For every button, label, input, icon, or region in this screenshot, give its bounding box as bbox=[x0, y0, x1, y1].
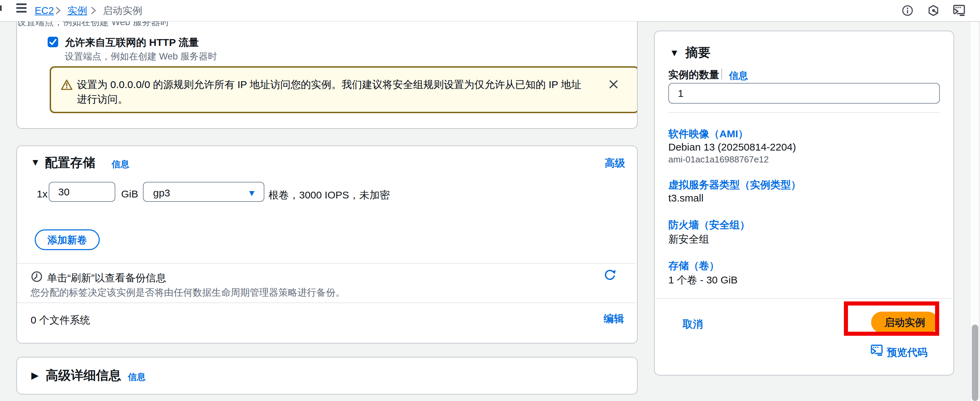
top-navigation-bar bbox=[0, 0, 980, 22]
warning-icon bbox=[60, 79, 73, 91]
clipped-previous-row: 设置端点，例如在创建 Web 服务器时 bbox=[17, 21, 493, 26]
summary-storage-link[interactable]: 存储（卷） bbox=[668, 259, 719, 273]
breadcrumb-ec2[interactable]: EC2 bbox=[35, 5, 54, 16]
volume-description: 根卷，3000 IOPS，未加密 bbox=[269, 188, 390, 202]
configure-storage-card: ▼ 配置存储 信息 高级 1x GiB gp3 ▼ 根卷，3000 IOPS，未… bbox=[16, 146, 638, 344]
file-systems-count: 0 个文件系统 bbox=[30, 313, 90, 327]
instance-count-input[interactable] bbox=[668, 83, 940, 104]
warning-message: 设置为 0.0.0.0/0 的源规则允许所有 IP 地址访问您的实例。我们建议将… bbox=[77, 77, 587, 106]
add-volume-button[interactable]: 添加新卷 bbox=[35, 229, 100, 250]
divider bbox=[668, 112, 940, 113]
summary-storage-value: 1 个卷 - 30 GiB bbox=[668, 273, 737, 287]
advanced-details-card: ▶ 高级详细信息 信息 bbox=[16, 357, 638, 395]
preview-code-icon[interactable] bbox=[870, 345, 883, 357]
volume-count-label: 1x bbox=[37, 188, 48, 200]
side-nav-edge bbox=[0, 5, 2, 11]
volume-size-input[interactable] bbox=[49, 182, 115, 202]
volume-type-value: gp3 bbox=[153, 187, 170, 199]
size-unit-label: GiB bbox=[121, 188, 138, 200]
chevron-down-icon: ▼ bbox=[247, 188, 256, 198]
http-traffic-description: 设置端点，例如在创建 Web 服务器时 bbox=[65, 50, 217, 63]
amazon-q-icon[interactable] bbox=[928, 5, 939, 16]
label-divider bbox=[721, 69, 722, 79]
http-traffic-checkbox[interactable] bbox=[48, 37, 58, 47]
chevron-right-icon bbox=[90, 6, 97, 15]
instance-count-label: 实例的数量 bbox=[668, 68, 719, 82]
divider bbox=[17, 263, 636, 264]
collapse-triangle-icon[interactable]: ▼ bbox=[30, 157, 40, 168]
cloudshell-icon[interactable] bbox=[953, 5, 964, 16]
refresh-icon[interactable] bbox=[604, 268, 617, 281]
divider bbox=[655, 298, 952, 299]
instance-count-info-link[interactable]: 信息 bbox=[729, 69, 748, 82]
expand-triangle-icon[interactable]: ▶ bbox=[31, 370, 39, 381]
open-access-warning-alert: 设置为 0.0.0.0/0 的源规则允许所有 IP 地址访问您的实例。我们建议将… bbox=[50, 66, 638, 113]
advanced-details-title: 高级详细信息 bbox=[46, 367, 121, 384]
file-systems-edit-link[interactable]: 编辑 bbox=[604, 312, 624, 326]
info-icon[interactable] bbox=[902, 5, 913, 16]
breadcrumb: 实例 bbox=[67, 5, 87, 16]
summary-instance-type-value: t3.small bbox=[668, 192, 703, 204]
scrollbar-thumb[interactable] bbox=[972, 325, 978, 401]
annotation-highlight-box bbox=[844, 301, 939, 336]
advanced-info-link[interactable]: 信息 bbox=[128, 371, 146, 383]
volume-type-select[interactable]: gp3 ▼ bbox=[143, 182, 264, 202]
summary-firewall-value: 新安全组 bbox=[668, 233, 709, 246]
network-settings-card: 设置端点，例如在创建 Web 服务器时 允许来自互联网的 HTTP 流量 设置端… bbox=[16, 21, 638, 129]
summary-firewall-link[interactable]: 防火墙（安全组） bbox=[668, 218, 750, 232]
summary-ami-id: ami-01ac1a16988767e12 bbox=[668, 154, 769, 165]
summary-ami-value: Debian 13 (20250814-2204) bbox=[668, 141, 796, 153]
summary-instance-type-link[interactable]: 虚拟服务器类型（实例类型） bbox=[668, 178, 801, 192]
preview-code-link[interactable]: 预览代码 bbox=[887, 346, 928, 360]
refresh-hint-text: 单击“刷新”以查看备份信息 bbox=[47, 271, 166, 285]
close-icon[interactable] bbox=[608, 79, 619, 90]
refresh-description: 您分配的标签决定该实例是否将由任何数据生命周期管理器策略进行备份。 bbox=[30, 286, 345, 299]
cancel-link[interactable]: 取消 bbox=[682, 317, 703, 331]
http-traffic-label: 允许来自互联网的 HTTP 流量 bbox=[65, 36, 199, 50]
storage-advanced-link[interactable]: 高级 bbox=[605, 156, 625, 170]
breadcrumb: EC2 bbox=[35, 5, 54, 16]
storage-info-link[interactable]: 信息 bbox=[111, 158, 129, 170]
summary-title: 摘要 bbox=[685, 44, 711, 61]
clock-pending-icon bbox=[30, 271, 43, 283]
menu-icon[interactable] bbox=[16, 3, 27, 14]
collapse-triangle-icon[interactable]: ▼ bbox=[670, 48, 679, 59]
divider bbox=[17, 303, 636, 303]
summary-ami-link[interactable]: 软件映像（AMI） bbox=[668, 127, 748, 141]
chevron-right-icon bbox=[54, 6, 62, 15]
breadcrumb-current: 启动实例 bbox=[103, 5, 142, 16]
storage-section-title: 配置存储 bbox=[45, 154, 95, 171]
breadcrumb-instances[interactable]: 实例 bbox=[67, 5, 87, 16]
